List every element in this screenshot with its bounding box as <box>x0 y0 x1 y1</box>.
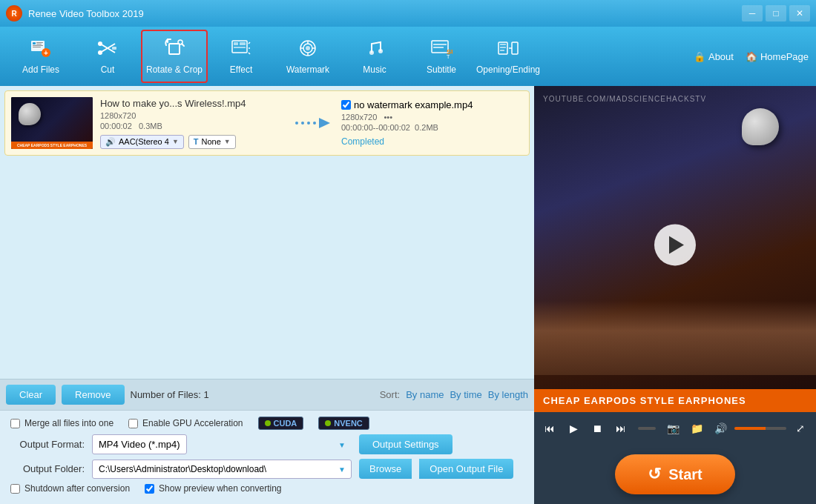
toolbar-effect[interactable]: Effect <box>208 30 274 83</box>
toolbar-cut[interactable]: Cut <box>74 30 141 83</box>
sort-by-name[interactable]: By name <box>406 389 444 400</box>
file-controls: 🔊 AAC(Stereo 4 ▼ T None ▼ <box>100 135 282 149</box>
svg-marker-47 <box>319 118 330 128</box>
add-files-icon: + <box>30 38 52 62</box>
format-label: Output Format: <box>10 439 85 450</box>
subtitle-t-icon: T <box>194 137 199 146</box>
maximize-button[interactable]: □ <box>766 5 786 21</box>
toolbar-music[interactable]: Music <box>341 30 408 83</box>
settings-row-1: Merge all files into one Enable GPU Acce… <box>10 417 524 430</box>
screenshot-button[interactable]: 📷 <box>663 419 682 438</box>
open-output-button[interactable]: Open Output File <box>419 459 513 479</box>
rotate-crop-label: Rotate & Crop <box>146 64 203 75</box>
audio-select[interactable]: 🔊 AAC(Stereo 4 ▼ <box>100 135 184 149</box>
homepage-link[interactable]: 🏠 HomePage <box>746 51 809 62</box>
volume-button[interactable]: 🔊 <box>711 419 730 438</box>
sort-by-time[interactable]: By time <box>450 389 481 400</box>
settings-row-2: Shutdown after conversion Show preview w… <box>10 483 524 494</box>
open-folder-button[interactable]: 📁 <box>687 419 706 438</box>
subtitle-icon: SUB T <box>430 38 453 62</box>
svg-rect-40 <box>500 50 504 51</box>
shutdown-checkbox[interactable] <box>10 484 20 494</box>
browse-button[interactable]: Browse <box>359 459 412 479</box>
svg-point-43 <box>295 122 298 125</box>
svg-rect-5 <box>33 47 41 47</box>
app-logo: R <box>6 5 22 21</box>
subtitle-select[interactable]: T None ▼ <box>188 135 236 149</box>
svg-rect-33 <box>433 44 447 45</box>
video-prev-button[interactable]: ⏮ <box>540 419 559 438</box>
toolbar-opening-ending[interactable]: Opening/Ending <box>475 30 542 83</box>
svg-point-44 <box>301 122 304 125</box>
right-panel: YOUTUBE.COM/MADSCIENCEHACKSTV CHEAP EARP… <box>534 86 816 504</box>
svg-rect-39 <box>500 47 506 48</box>
toolbar-subtitle[interactable]: SUB T Subtitle <box>408 30 475 83</box>
svg-rect-17 <box>234 42 238 45</box>
clear-button[interactable]: Clear <box>6 385 56 405</box>
minimize-button[interactable]: ─ <box>742 5 763 21</box>
output-checkbox[interactable] <box>341 100 351 110</box>
svg-point-25 <box>306 46 310 50</box>
input-file-name: How to make yo...s Wireless!.mp4 <box>100 98 282 109</box>
video-next-button[interactable]: ⏭ <box>611 419 631 438</box>
shutdown-label[interactable]: Shutdown after conversion <box>10 483 130 494</box>
show-preview-label[interactable]: Show preview when converting <box>145 483 281 494</box>
effect-label: Effect <box>230 64 252 75</box>
conversion-arrow <box>289 116 334 130</box>
video-preview: YOUTUBE.COM/MADSCIENCEHACKSTV CHEAP EARP… <box>534 86 816 412</box>
gpu-accel-checkbox[interactable] <box>128 419 138 428</box>
toolbar-watermark[interactable]: Watermark <box>274 30 341 83</box>
toolbar-rotate-crop[interactable]: Rotate & Crop <box>141 30 208 83</box>
remove-button[interactable]: Remove <box>62 385 124 405</box>
format-select-wrapper: MP4 Video (*.mp4) <box>92 434 352 454</box>
output-file-info: no watermark example.mp4 1280x720 ••• 00… <box>341 99 523 147</box>
show-preview-checkbox[interactable] <box>145 484 154 494</box>
cuda-dot <box>265 420 271 426</box>
toolbar-add-files[interactable]: + Add Files <box>7 30 74 83</box>
svg-point-30 <box>369 50 374 55</box>
merge-files-label[interactable]: Merge all files into one <box>10 418 113 428</box>
svg-rect-4 <box>33 45 43 46</box>
close-button[interactable]: ✕ <box>789 5 810 21</box>
svg-line-20 <box>249 42 250 44</box>
svg-line-22 <box>249 53 250 54</box>
cuda-badge: CUDA <box>258 417 304 430</box>
homepage-label: HomePage <box>760 51 809 62</box>
video-progress-bar[interactable] <box>638 427 656 430</box>
svg-rect-3 <box>36 44 42 44</box>
audio-dropdown-arrow: ▼ <box>172 138 179 145</box>
home-icon: 🏠 <box>746 51 757 62</box>
start-button[interactable]: ↺ Start <box>615 454 735 494</box>
fullscreen-button[interactable]: ⤢ <box>791 419 810 438</box>
svg-line-15 <box>182 44 184 46</box>
add-files-label: Add Files <box>22 64 59 75</box>
gpu-accel-label[interactable]: Enable GPU Acceleration <box>128 418 243 428</box>
output-settings-button[interactable]: Output Settings <box>359 434 453 454</box>
start-area: ↺ Start <box>534 445 816 504</box>
output-duration-size: 00:00:00--00:00:02 0.2MB <box>341 123 523 132</box>
music-label: Music <box>363 64 386 75</box>
video-stop-button[interactable]: ⏹ <box>588 419 607 438</box>
video-play-button[interactable] <box>654 224 696 265</box>
effect-icon <box>231 38 251 62</box>
output-status: Completed <box>341 136 523 147</box>
format-select[interactable]: MP4 Video (*.mp4) <box>92 434 187 454</box>
input-file-info: How to make yo...s Wireless!.mp4 1280x72… <box>100 98 282 149</box>
svg-point-11 <box>98 50 102 55</box>
file-count-label: Number of Files: 1 <box>131 389 209 400</box>
toolbar-right: 🔒 About 🏠 HomePage <box>694 51 809 62</box>
svg-rect-12 <box>112 47 116 50</box>
volume-slider[interactable] <box>734 427 786 430</box>
subtitle-label: Subtitle <box>427 64 456 75</box>
sort-by-length[interactable]: By length <box>488 389 528 400</box>
merge-files-checkbox[interactable] <box>10 419 20 428</box>
svg-point-46 <box>313 122 316 125</box>
output-file-name: no watermark example.mp4 <box>354 99 473 110</box>
folder-input[interactable] <box>92 460 352 479</box>
video-play-ctrl-button[interactable]: ▶ <box>564 419 583 438</box>
about-link[interactable]: 🔒 About <box>694 51 734 62</box>
output-checkbox-row: no watermark example.mp4 <box>341 99 523 110</box>
lock-icon: 🔒 <box>694 51 705 62</box>
start-icon: ↺ <box>648 465 661 484</box>
file-item: CHEAP EARPODS STYLE EARPHONES How to mak… <box>4 90 530 156</box>
